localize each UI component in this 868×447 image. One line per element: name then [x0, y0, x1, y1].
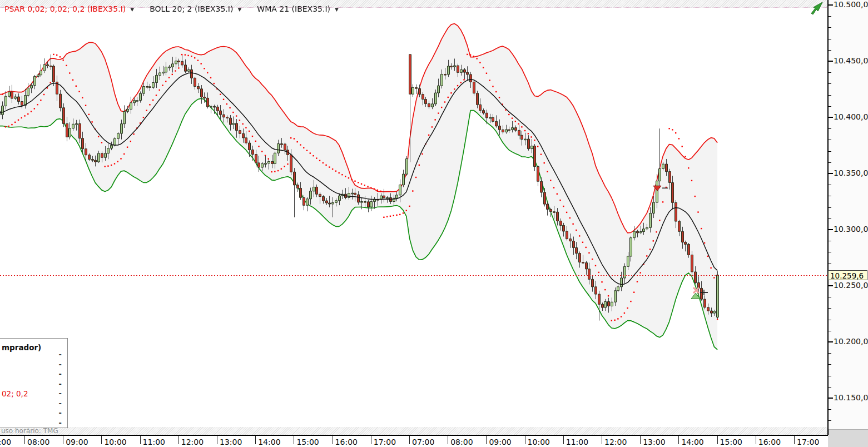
time-tick	[602, 436, 602, 444]
time-tick	[563, 436, 564, 444]
legend-dash: -	[59, 369, 62, 379]
bottom-texture-strip: uso horário: TMG	[0, 427, 828, 435]
price-tick-minor	[829, 364, 831, 365]
time-tick	[333, 436, 333, 444]
legend-title: mprador)	[2, 343, 41, 352]
legend-dash: -	[59, 399, 62, 409]
price-tick-minor	[829, 83, 831, 84]
indicator-boll[interactable]: BOLL 20; 2 (IBEX35.I) ▼	[150, 4, 241, 13]
trend-arrow-icon	[810, 1, 825, 16]
time-axis-label: 15:00	[296, 438, 319, 446]
price-axis-label: 10.400,0	[834, 112, 868, 121]
time-axis-label: 17:00	[374, 438, 396, 446]
time-tick	[794, 436, 795, 444]
price-tick-minor	[829, 95, 831, 96]
chevron-down-icon[interactable]: ▼	[130, 6, 134, 12]
price-tick-minor	[829, 420, 831, 421]
price-tick-minor	[829, 308, 831, 309]
time-tick	[178, 436, 179, 444]
time-axis-label: 07:00	[412, 438, 434, 446]
price-axis-label: 10.150,0	[834, 393, 868, 402]
time-axis[interactable]: 07:0008:0009:0010:0011:0012:0013:0014:00…	[0, 435, 828, 447]
price-axis-label: 10.350,0	[834, 168, 868, 177]
legend-psar-setting: 02; 0,2	[2, 389, 28, 398]
price-tick-minor	[829, 387, 831, 388]
price-tick-minor	[829, 16, 831, 17]
legend-dash: -	[59, 389, 62, 399]
time-tick	[371, 436, 371, 444]
time-tick	[255, 436, 256, 444]
price-tick-minor	[829, 353, 831, 354]
time-tick	[140, 436, 141, 444]
price-tick-minor	[829, 162, 831, 163]
time-tick	[448, 436, 448, 444]
price-tick-minor	[829, 27, 831, 28]
price-tick-major	[829, 61, 833, 62]
time-axis-label: 14:00	[681, 438, 703, 446]
price-tick-major	[829, 229, 833, 230]
price-tick-minor	[829, 241, 831, 241]
price-axis[interactable]: 10.500,010.450,010.400,010.350,010.300,0…	[827, 0, 868, 435]
price-tick-minor	[829, 331, 831, 331]
price-tick-major	[829, 117, 833, 118]
price-tick-minor	[829, 50, 831, 51]
time-axis-label: 10:00	[104, 438, 126, 446]
indicator-psar-label: PSAR 0,02; 0,02; 0,2 (IBEX35.I)	[4, 4, 126, 13]
legend-dash: -	[59, 408, 62, 418]
chevron-down-icon[interactable]: ▼	[335, 6, 339, 12]
price-tick-minor	[829, 320, 831, 320]
legend-dash: -	[59, 379, 62, 389]
indicator-wma[interactable]: WMA 21 (IBEX35.I) ▼	[257, 4, 339, 13]
time-tick	[101, 436, 102, 444]
trading-chart-window: PSAR 0,02; 0,02; 0,2 (IBEX35.I) ▼ BOLL 2…	[0, 0, 868, 447]
legend-box: mprador) 02; 0,2 --------	[0, 338, 68, 428]
legend-dash: -	[59, 418, 62, 428]
time-axis-label: 08:00	[450, 438, 473, 446]
time-tick	[525, 436, 525, 444]
price-tick-major	[829, 4, 833, 6]
current-price-label: 10.259,6	[828, 270, 867, 280]
price-chart-canvas[interactable]	[0, 0, 827, 435]
time-axis-label: 10:00	[528, 438, 550, 446]
time-tick	[717, 436, 718, 444]
price-tick-minor	[829, 140, 831, 140]
price-tick-minor	[829, 376, 831, 376]
indicator-wma-label: WMA 21 (IBEX35.I)	[257, 4, 330, 13]
time-tick	[409, 436, 410, 444]
time-axis-label: 14:00	[258, 438, 280, 446]
price-tick-minor	[829, 196, 831, 196]
time-axis-label: 13:00	[643, 438, 665, 446]
time-tick	[217, 436, 217, 444]
time-axis-label: 09:00	[66, 438, 88, 446]
time-axis-label: 16:00	[335, 438, 358, 446]
price-axis-label: 10.450,0	[834, 56, 868, 65]
price-tick-minor	[829, 151, 831, 152]
time-axis-label: 11:00	[566, 438, 588, 446]
time-tick	[294, 436, 294, 444]
legend-dash-column: --------	[59, 350, 62, 428]
price-axis-label: 10.500,0	[834, 0, 868, 9]
price-tick-major	[829, 398, 833, 399]
time-tick	[24, 436, 25, 444]
time-tick	[640, 436, 641, 444]
time-tick	[756, 436, 756, 444]
price-tick-major	[829, 285, 833, 286]
price-tick-minor	[829, 39, 831, 39]
price-tick-minor	[829, 409, 831, 410]
indicator-bar: PSAR 0,02; 0,02; 0,2 (IBEX35.I) ▼ BOLL 2…	[4, 4, 339, 13]
legend-dash: -	[59, 350, 62, 360]
axis-corner-box	[829, 429, 868, 447]
price-tick-minor	[829, 185, 831, 185]
time-axis-label: 12:00	[604, 438, 627, 446]
indicator-psar[interactable]: PSAR 0,02; 0,02; 0,2 (IBEX35.I) ▼	[4, 4, 134, 13]
time-axis-label: 15:00	[720, 438, 742, 446]
timezone-note: uso horário: TMG	[1, 427, 58, 435]
time-tick	[63, 436, 63, 444]
indicator-boll-label: BOLL 20; 2 (IBEX35.I)	[150, 4, 233, 13]
price-tick-major	[829, 173, 833, 174]
chevron-down-icon[interactable]: ▼	[237, 6, 241, 12]
price-tick-minor	[829, 297, 831, 297]
time-tick	[678, 436, 679, 444]
price-axis-label: 10.300,0	[834, 225, 868, 234]
time-axis-label: 07:00	[0, 438, 11, 446]
